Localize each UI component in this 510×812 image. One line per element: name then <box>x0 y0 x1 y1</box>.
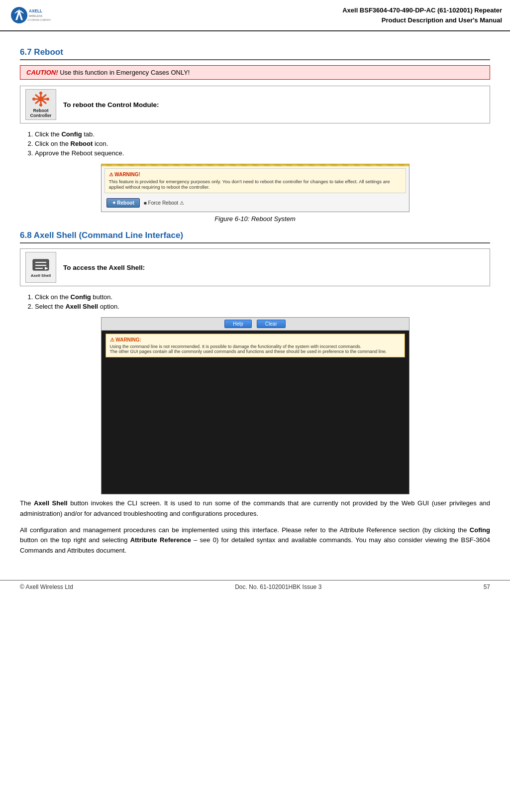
shell-topbar: Help Clear <box>102 318 409 331</box>
company-logo: AXELL WIRELESS A COBHAM COMPANY <box>8 4 53 26</box>
shell-screenshot-container: Help Clear ⚠ WARNING: Using the command … <box>20 317 490 494</box>
reboot-buttons-row: ✦ Reboot ■ Force Reboot ⚠ <box>102 195 409 212</box>
shell-instruction-text: To access the Axell Shell: <box>63 264 145 271</box>
reboot-controller-icon: RebootController <box>25 89 56 120</box>
list-item: Select the Axell Shell option. <box>35 303 490 310</box>
section-67-heading: 6.7 Reboot <box>20 47 490 60</box>
list-item: Click on the Config button. <box>35 293 490 301</box>
shell-icon-label: Axell Shell <box>31 273 51 278</box>
reboot-icon-text-box: RebootController To reboot the Control M… <box>20 86 490 123</box>
svg-point-10 <box>39 92 42 95</box>
footer-left: © Axell Wireless Ltd <box>20 583 73 590</box>
shell-screenshot: Help Clear ⚠ WARNING: Using the command … <box>101 317 409 494</box>
shell-warning-area: ⚠ WARNING: Using the command line is not… <box>105 334 405 357</box>
section-68-heading: 6.8 Axell Shell (Command Line Interface) <box>20 231 490 243</box>
body-para-2: All configuration and management procedu… <box>20 525 490 556</box>
main-content: 6.7 Reboot CAUTION! Use this function in… <box>0 31 510 570</box>
axell-shell-icon: Axell Shell <box>25 252 56 283</box>
reboot-instruction-text: To reboot the Control Module: <box>63 101 159 109</box>
caution-bar: CAUTION! Use this function in Emergency … <box>20 65 490 80</box>
svg-point-9 <box>38 97 43 102</box>
force-reboot-label: ■ Force Reboot ⚠ <box>144 200 184 206</box>
list-item: Approve the Reboot sequence. <box>35 149 490 157</box>
reboot-warning-body: ⚠ WARNING! This feature is provided for … <box>104 168 406 193</box>
shell-warning-text: Using the command line is not recommende… <box>110 344 401 354</box>
page-footer: © Axell Wireless Ltd Doc. No. 61-102001H… <box>0 580 510 593</box>
reboot-warning-stripe <box>102 164 409 166</box>
list-item: Click the Config tab. <box>35 130 490 138</box>
shell-steps-list: Click on the Config button. Select the A… <box>35 293 490 310</box>
reboot-screenshot: ⚠ WARNING! This feature is provided for … <box>101 164 409 212</box>
svg-text:A COBHAM COMPANY: A COBHAM COMPANY <box>27 19 51 21</box>
shell-warning-title: ⚠ WARNING: <box>110 337 401 343</box>
reboot-button[interactable]: ✦ Reboot <box>106 198 140 208</box>
figure-6-10-caption: Figure 6-10: Reboot System <box>214 215 296 223</box>
header-title: Axell BSF3604-470-490-DP-AC (61-102001) … <box>68 5 502 25</box>
svg-point-11 <box>39 104 42 107</box>
shell-clear-button[interactable]: Clear <box>257 320 286 328</box>
svg-text:AXELL: AXELL <box>29 9 42 13</box>
shell-icon-text-box: Axell Shell To access the Axell Shell: <box>20 248 490 286</box>
svg-text:WIRELESS: WIRELESS <box>29 14 43 17</box>
caution-text: Use this function in Emergency Cases ONL… <box>60 69 190 76</box>
caution-label: CAUTION! <box>26 69 58 76</box>
svg-point-12 <box>32 98 35 101</box>
reboot-warning-title: ⚠ WARNING! <box>109 172 402 177</box>
svg-point-13 <box>46 98 49 101</box>
list-item: Click on the Reboot icon. <box>35 140 490 147</box>
shell-help-button[interactable]: Help <box>224 320 252 328</box>
body-para-1: The Axell Shell button invokes the CLI s… <box>20 498 490 519</box>
reboot-controller-label: RebootController <box>30 108 51 118</box>
shell-terminal-area <box>105 360 405 490</box>
reboot-icon-svg <box>32 91 50 107</box>
footer-center: Doc. No. 61-102001HBK Issue 3 <box>235 583 321 590</box>
page-header: AXELL WIRELESS A COBHAM COMPANY Axell BS… <box>0 0 510 31</box>
shell-icon-svg <box>32 257 50 272</box>
footer-right: 57 <box>484 583 490 590</box>
figure-6-10-container: ⚠ WARNING! This feature is provided for … <box>20 164 490 223</box>
reboot-steps-list: Click the Config tab. Click on the Reboo… <box>35 130 490 157</box>
logo-area: AXELL WIRELESS A COBHAM COMPANY <box>8 4 68 26</box>
reboot-warning-text: This feature is provided for emergency p… <box>109 179 402 190</box>
